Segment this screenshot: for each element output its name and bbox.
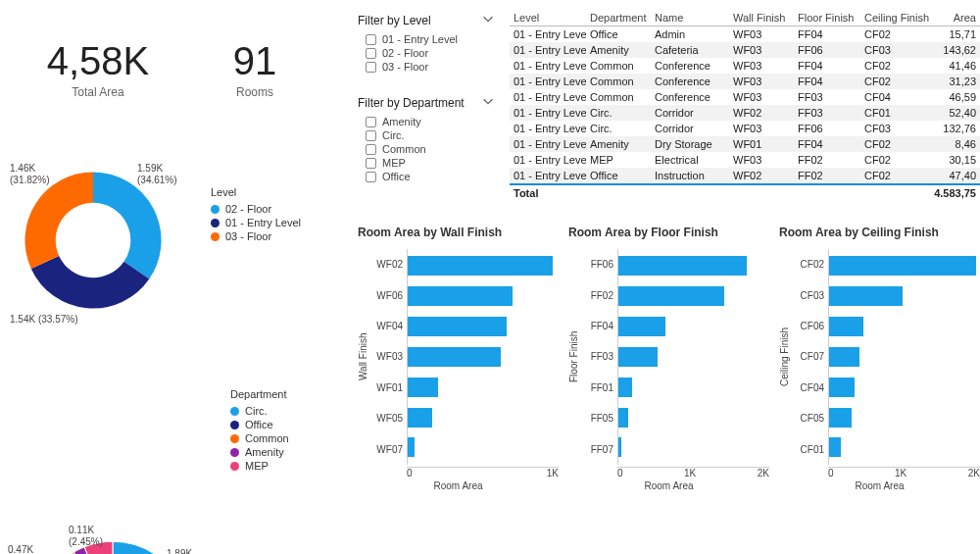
bar[interactable] xyxy=(829,286,903,306)
table-cell: Conference xyxy=(651,89,729,105)
table-cell: CF02 xyxy=(860,26,937,42)
bar[interactable] xyxy=(408,378,438,397)
checkbox-icon[interactable] xyxy=(366,172,376,182)
bar[interactable] xyxy=(408,347,501,367)
bar[interactable] xyxy=(829,317,863,336)
table-cell: CF02 xyxy=(860,74,937,89)
checkbox-icon[interactable] xyxy=(366,158,376,169)
legend-item[interactable]: Circ. xyxy=(230,404,338,418)
bar[interactable] xyxy=(618,317,665,336)
table-header-cell[interactable]: Name xyxy=(651,10,729,25)
table-cell: Common xyxy=(586,58,651,74)
table-header-cell[interactable]: Floor Finish xyxy=(794,10,860,25)
bar[interactable] xyxy=(618,256,747,276)
filter-option[interactable]: Common xyxy=(358,142,495,156)
filter-option[interactable]: 03 - Floor xyxy=(358,60,495,74)
filter-option-label: Office xyxy=(382,171,411,182)
table-cell: WF03 xyxy=(729,58,794,74)
legend-item[interactable]: Office xyxy=(230,418,338,431)
rooms-table[interactable]: LevelDepartmentNameWall FinishFloor Fini… xyxy=(510,10,980,201)
table-header-cell[interactable]: Department xyxy=(586,10,651,25)
bar-category-label: WF03 xyxy=(371,351,403,362)
table-row[interactable]: 01 - Entry LevelOfficeAdminWF03FF04CF021… xyxy=(510,26,980,42)
bar[interactable] xyxy=(829,256,976,276)
checkbox-icon[interactable] xyxy=(366,117,376,127)
table-header-cell[interactable]: Level xyxy=(510,10,586,25)
bar[interactable] xyxy=(408,437,415,457)
pie-slice[interactable] xyxy=(93,172,162,278)
table-cell: Instruction xyxy=(651,168,729,183)
legend-swatch-icon xyxy=(230,462,239,471)
filter-department[interactable]: Filter by Department AmenityCirc.CommonM… xyxy=(358,94,495,183)
legend-item[interactable]: 03 - Floor xyxy=(211,229,318,243)
table-header-cell[interactable]: Ceiling Finish xyxy=(860,10,937,25)
filter-option[interactable]: 01 - Entry Level xyxy=(358,32,495,46)
bar[interactable] xyxy=(408,408,432,428)
checkbox-icon[interactable] xyxy=(366,144,376,155)
bar[interactable] xyxy=(618,378,632,397)
legend-item[interactable]: 01 - Entry Level xyxy=(211,216,318,229)
bar-category-label: WF01 xyxy=(371,382,403,393)
checkbox-icon[interactable] xyxy=(366,130,376,141)
table-cell: WF03 xyxy=(729,42,794,58)
table-row[interactable]: 01 - Entry LevelCommonConferenceWF03FF04… xyxy=(510,74,980,89)
checkbox-icon[interactable] xyxy=(366,62,376,73)
bar[interactable] xyxy=(829,408,852,428)
filter-department-title[interactable]: Filter by Department xyxy=(358,94,495,111)
filter-level-title[interactable]: Filter by Level xyxy=(358,12,495,28)
bar[interactable] xyxy=(829,378,855,397)
table-cell: CF03 xyxy=(860,121,937,136)
bar[interactable] xyxy=(829,437,841,457)
legend-item[interactable]: Common xyxy=(230,431,338,445)
pie-slice[interactable] xyxy=(24,172,93,268)
bar[interactable] xyxy=(408,286,513,306)
filter-option[interactable]: MEP xyxy=(358,156,495,170)
axis-tick: 0 xyxy=(617,468,623,478)
bar[interactable] xyxy=(618,286,724,306)
table-header-cell[interactable]: Area xyxy=(937,10,980,25)
bar[interactable] xyxy=(618,347,658,367)
table-cell: WF03 xyxy=(729,89,794,105)
table-row[interactable]: 01 - Entry LevelCirc.CorridorWF03FF06CF0… xyxy=(510,121,980,136)
table-cell: FF04 xyxy=(794,136,860,152)
filter-option[interactable]: Amenity xyxy=(358,115,495,128)
table-row[interactable]: 01 - Entry LevelOfficeInstructionWF02FF0… xyxy=(510,168,980,183)
bar-chart-wall[interactable]: Room Area by Wall FinishWall FinishWF02W… xyxy=(358,226,559,491)
table-row[interactable]: 01 - Entry LevelAmenityDry StorageWF01FF… xyxy=(510,136,980,152)
table-cell: 31,23 xyxy=(937,74,980,89)
table-cell: FF04 xyxy=(794,26,860,42)
legend-item[interactable]: 02 - Floor xyxy=(211,202,318,216)
bar-chart-ceiling[interactable]: Room Area by Ceiling FinishCeiling Finis… xyxy=(779,226,980,491)
bar[interactable] xyxy=(408,317,507,336)
bar[interactable] xyxy=(408,256,553,276)
donut-level[interactable]: 1.46K(31.82%) 1.59K(34.61%) 1.54K (33.57… xyxy=(10,157,206,333)
table-cell: WF03 xyxy=(729,121,794,136)
filter-level[interactable]: Filter by Level 01 - Entry Level02 - Flo… xyxy=(358,12,495,74)
legend-item[interactable]: MEP xyxy=(230,459,338,473)
bar[interactable] xyxy=(618,437,621,457)
legend-item[interactable]: Amenity xyxy=(230,445,338,459)
pie-department[interactable]: 0.47K(10.29%) 0.11K(2.45%) 1.89K(41.33%)… xyxy=(10,525,216,554)
table-row[interactable]: 01 - Entry LevelCommonConferenceWF03FF04… xyxy=(510,58,980,74)
legend-department-title: Department xyxy=(230,388,338,400)
bar[interactable] xyxy=(829,347,859,367)
table-cell: 15,71 xyxy=(937,26,980,42)
filter-option[interactable]: Office xyxy=(358,170,495,183)
table-header-cell[interactable]: Wall Finish xyxy=(729,10,794,25)
table-row[interactable]: 01 - Entry LevelCommonConferenceWF03FF03… xyxy=(510,89,980,105)
table-cell: Common xyxy=(586,89,651,105)
filter-option-label: Circ. xyxy=(382,129,405,141)
table-row[interactable]: 01 - Entry LevelAmenityCafeteriaWF03FF06… xyxy=(510,42,980,58)
table-row[interactable]: 01 - Entry LevelMEPElectricalWF03FF02CF0… xyxy=(510,152,980,168)
table-cell: CF02 xyxy=(860,152,937,168)
filter-option[interactable]: Circ. xyxy=(358,128,495,142)
pie-dept-label-circ: 1.89K(41.33%) xyxy=(167,548,207,554)
checkbox-icon[interactable] xyxy=(366,48,376,59)
bar-chart-floor[interactable]: Room Area by Floor FinishFloor FinishFF0… xyxy=(568,226,769,491)
filter-option[interactable]: 02 - Floor xyxy=(358,46,495,60)
bar[interactable] xyxy=(618,408,628,428)
bar-category-label: CF02 xyxy=(793,259,824,270)
table-cell: 8,46 xyxy=(937,136,980,152)
checkbox-icon[interactable] xyxy=(366,34,376,45)
table-row[interactable]: 01 - Entry LevelCirc.CorridorWF02FF03CF0… xyxy=(510,105,980,121)
